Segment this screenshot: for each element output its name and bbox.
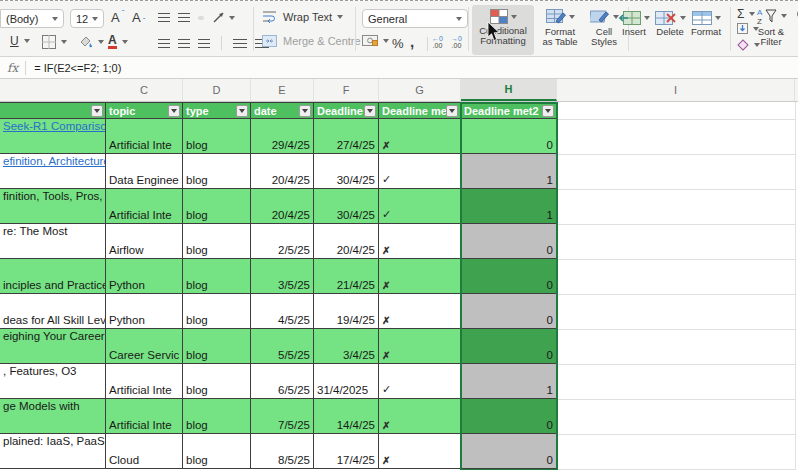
- cell[interactable]: 1: [461, 364, 557, 399]
- filter-dropdown-button[interactable]: [168, 105, 180, 117]
- delete-cells-button[interactable]: Delete: [650, 11, 690, 37]
- cell[interactable]: ✗: [379, 329, 461, 364]
- format-cells-button[interactable]: Format: [686, 11, 726, 37]
- wrap-text-button[interactable]: Wrap Text: [262, 10, 343, 23]
- cell[interactable]: blog: [183, 294, 251, 329]
- decrease-indent-icon[interactable]: [233, 39, 247, 48]
- cell[interactable]: blog: [183, 364, 251, 399]
- cell[interactable]: 1: [461, 189, 557, 224]
- title-cell[interactable]: inciples and Practices: [0, 259, 106, 294]
- title-cell[interactable]: plained: IaaS, PaaS,: [0, 434, 106, 469]
- font-color-button[interactable]: A: [108, 34, 128, 49]
- cell[interactable]: 20/4/25: [251, 154, 314, 189]
- increase-decimal-button[interactable]: ←0 .00: [432, 35, 443, 49]
- cell[interactable]: Artificial Inte: [106, 119, 183, 154]
- filter-dropdown-button[interactable]: [236, 105, 248, 117]
- percent-style-button[interactable]: %: [392, 36, 404, 51]
- cell[interactable]: ✓: [379, 154, 461, 189]
- find-select-button[interactable]: F S: [790, 7, 798, 47]
- title-cell[interactable]: Seek-R1 Comparison,: [0, 119, 106, 154]
- cell[interactable]: 20/4/25: [251, 189, 314, 224]
- cell[interactable]: 4/5/25: [251, 294, 314, 329]
- cell[interactable]: blog: [183, 154, 251, 189]
- cell[interactable]: Career Servic: [106, 329, 183, 364]
- underline-button[interactable]: U: [10, 34, 30, 48]
- align-bottom-button[interactable]: [198, 16, 204, 20]
- cell[interactable]: ✗: [379, 224, 461, 259]
- cell[interactable]: blog: [183, 259, 251, 294]
- cell[interactable]: 8/5/25: [251, 434, 314, 469]
- shrink-font-button[interactable]: A ˇ: [132, 10, 145, 25]
- column-header-E[interactable]: E: [251, 79, 314, 101]
- cell[interactable]: blog: [183, 224, 251, 259]
- decrease-decimal-button[interactable]: →0 .00: [451, 35, 462, 49]
- table-header-cell[interactable]: topic: [106, 102, 183, 119]
- align-right-icon[interactable]: [198, 39, 210, 48]
- cell[interactable]: Python: [106, 259, 183, 294]
- cell[interactable]: ✓: [379, 364, 461, 399]
- cell[interactable]: 0: [461, 224, 557, 259]
- filter-dropdown-button[interactable]: [364, 105, 376, 117]
- table-header-cell[interactable]: date: [251, 102, 314, 119]
- font-size-dropdown[interactable]: 12: [70, 9, 104, 28]
- formula-input[interactable]: = IF(E2<=F2; 1;0): [34, 62, 121, 74]
- cell[interactable]: 30/4/25: [314, 189, 379, 224]
- cell[interactable]: blog: [183, 119, 251, 154]
- cell[interactable]: 1: [461, 154, 557, 189]
- cell[interactable]: Cloud: [106, 434, 183, 469]
- filter-dropdown-button[interactable]: [91, 105, 103, 117]
- cell[interactable]: 17/4/25: [314, 434, 379, 469]
- grow-font-button[interactable]: A ˆ: [111, 10, 124, 25]
- cell[interactable]: Airflow: [106, 224, 183, 259]
- column-header-I[interactable]: I: [557, 79, 795, 101]
- table-header-cell[interactable]: Deadline: [314, 102, 379, 119]
- cell[interactable]: 0: [461, 294, 557, 329]
- cell[interactable]: ✗: [379, 434, 461, 469]
- cell[interactable]: ✗: [379, 259, 461, 294]
- cell[interactable]: 14/4/25: [314, 399, 379, 434]
- table-header-cell[interactable]: Deadline met: [379, 102, 461, 119]
- column-header-G[interactable]: G: [379, 79, 461, 101]
- cell[interactable]: 20/4/25: [314, 224, 379, 259]
- cell[interactable]: 27/4/25: [314, 119, 379, 154]
- cell[interactable]: 0: [461, 329, 557, 364]
- cell[interactable]: Artificial Inte: [106, 364, 183, 399]
- cell[interactable]: ✗: [379, 399, 461, 434]
- column-header-D[interactable]: D: [183, 79, 251, 101]
- sort-filter-button[interactable]: A Z Sort & Filter: [752, 7, 790, 47]
- cell[interactable]: blog: [183, 434, 251, 469]
- cell[interactable]: blog: [183, 329, 251, 364]
- title-cell[interactable]: ge Models with: [0, 399, 106, 434]
- format-as-table-button[interactable]: Format as Table: [540, 9, 580, 47]
- align-middle-icon[interactable]: [178, 13, 190, 22]
- cell[interactable]: blog: [183, 189, 251, 224]
- conditional-formatting-button[interactable]: Conditional Formatting: [472, 5, 534, 55]
- cell[interactable]: 0: [461, 399, 557, 434]
- cell[interactable]: 30/4/25: [314, 154, 379, 189]
- table-header-cell[interactable]: Deadline met2: [461, 102, 557, 119]
- column-header-C[interactable]: C: [106, 79, 183, 101]
- number-format-dropdown[interactable]: General: [362, 9, 468, 28]
- cell[interactable]: 0: [461, 434, 557, 469]
- title-cell[interactable]: eighing Your Career: [0, 329, 106, 364]
- table-header-cell[interactable]: type: [183, 102, 251, 119]
- cell[interactable]: Artificial Inte: [106, 189, 183, 224]
- font-name-dropdown[interactable]: (Body): [0, 9, 64, 28]
- cell[interactable]: 19/4/25: [314, 294, 379, 329]
- cell[interactable]: 5/5/25: [251, 329, 314, 364]
- orientation-button[interactable]: [212, 11, 235, 24]
- cell[interactable]: 31/4/2025: [314, 364, 379, 399]
- cell[interactable]: 0: [461, 259, 557, 294]
- cell[interactable]: 7/5/25: [251, 399, 314, 434]
- title-cell[interactable]: deas for All Skill Levels: [0, 294, 106, 329]
- align-left-icon[interactable]: [158, 39, 170, 48]
- formula-bar[interactable]: fx = IF(E2<=F2; 1;0): [0, 57, 798, 79]
- cell[interactable]: 3/4/25: [314, 329, 379, 364]
- align-top-icon[interactable]: [158, 13, 170, 22]
- cell[interactable]: ✗: [379, 119, 461, 154]
- cell[interactable]: 29/4/25: [251, 119, 314, 154]
- filter-dropdown-button[interactable]: [299, 105, 311, 117]
- comma-style-button[interactable]: ,: [410, 37, 414, 47]
- fill-color-button[interactable]: [78, 34, 104, 49]
- column-header-F[interactable]: F: [314, 79, 379, 101]
